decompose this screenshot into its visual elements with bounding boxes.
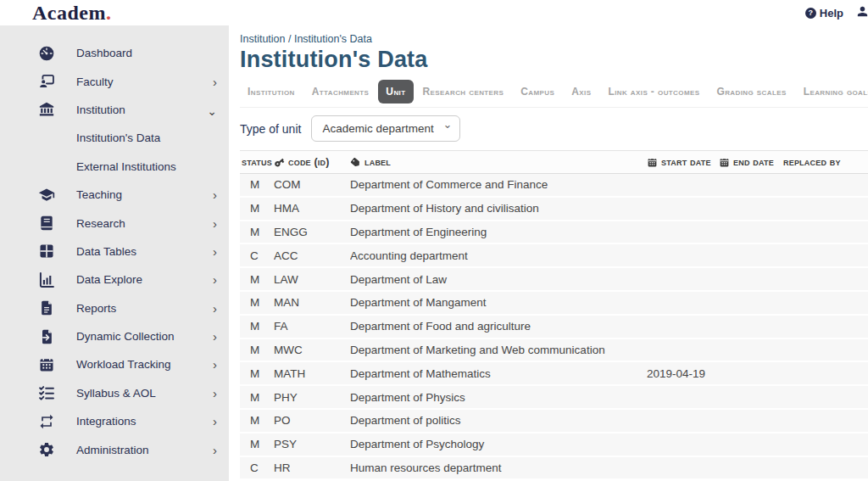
- unit-type-label: Type of unit: [240, 122, 301, 136]
- sidebar-item-administration[interactable]: Administration ›: [0, 435, 229, 463]
- sidebar-item-label: Workload Tracking: [76, 358, 171, 371]
- sidebar-item-reports[interactable]: Reports ›: [0, 294, 229, 322]
- sidebar-item-label: Dashboard: [76, 47, 132, 59]
- sidebar-item-data-tables[interactable]: Data Tables ›: [0, 238, 229, 266]
- table-row[interactable]: C ACC Accounting department: [240, 244, 868, 266]
- cell-label: Department of Psychology: [350, 438, 647, 450]
- cell-label: Department of Physics: [350, 391, 647, 404]
- chevron-right-icon: ›: [213, 245, 217, 258]
- table-row[interactable]: M PO Department of politics: [240, 410, 868, 432]
- cell-code: COM: [274, 178, 350, 191]
- table-row[interactable]: M PSY Department of Psychology: [240, 433, 868, 456]
- dynamic-collection-icon: [37, 327, 56, 346]
- column-header-code-id[interactable]: Code (ID): [274, 156, 350, 168]
- sidebar-item-faculty[interactable]: Faculty ›: [0, 67, 229, 95]
- table-row[interactable]: M ENGG Department of Engineering: [240, 221, 868, 243]
- sidebar-item-label: Faculty: [76, 76, 114, 88]
- cell-code: FA: [274, 320, 350, 333]
- cell-status: M: [240, 202, 274, 215]
- tab-link-axis-outcomes[interactable]: Link Axis - Outcomes: [600, 80, 707, 103]
- cell-code: PSY: [274, 438, 350, 450]
- tab-institution[interactable]: Institution: [240, 80, 303, 103]
- cell-status: M: [240, 414, 274, 427]
- sidebar-item-research[interactable]: Research ›: [0, 209, 229, 237]
- key-icon: [274, 157, 285, 168]
- unit-type-select[interactable]: Academic department: [311, 115, 460, 142]
- chevron-right-icon: ›: [213, 415, 217, 428]
- table-row[interactable]: M PHY Department of Physics: [240, 386, 868, 408]
- tab-campus[interactable]: Campus: [513, 80, 562, 103]
- sidebar-item-teaching[interactable]: Teaching ›: [0, 181, 229, 209]
- table-row[interactable]: M FA Department of Food and agriculture: [240, 316, 868, 338]
- cell-status: M: [240, 226, 274, 238]
- table-row[interactable]: M MWC Department of Marketing and Web co…: [240, 339, 868, 361]
- units-table-body: M COM Department of Commerce and Finance…: [240, 174, 868, 478]
- sidebar-item-dynamic-collection[interactable]: Dynamic Collection ›: [0, 322, 229, 350]
- sidebar-item-label: Institution's Data: [76, 131, 160, 144]
- sidebar-item-integrations[interactable]: Integrations ›: [0, 407, 229, 435]
- sidebar-item-data-explore[interactable]: Data Explore ›: [0, 266, 229, 294]
- sidebar-item-institution-s-data[interactable]: Institution's Data: [0, 124, 229, 152]
- user-icon: [855, 4, 868, 22]
- column-header-replaced-by[interactable]: Replaced by: [783, 156, 868, 168]
- column-header-end-date[interactable]: End date: [719, 156, 783, 168]
- cell-label: Department of Food and agriculture: [350, 320, 647, 333]
- data-tables-icon: [37, 242, 56, 260]
- chevron-right-icon: ›: [213, 188, 217, 201]
- help-button[interactable]: ? Help: [805, 7, 843, 20]
- reports-icon: [37, 299, 56, 317]
- sidebar-item-dashboard[interactable]: Dashboard: [0, 39, 229, 67]
- cell-status: M: [240, 320, 274, 333]
- units-table-header: StatusCode (ID)LabelStart dateEnd dateRe…: [240, 150, 868, 174]
- cell-label: Accounting department: [350, 249, 647, 262]
- sidebar-item-label: Data Tables: [76, 245, 136, 258]
- sidebar-item-institution[interactable]: Institution ⌄: [0, 96, 229, 124]
- tab-unit[interactable]: Unit: [378, 80, 413, 103]
- sidebar-item-label: Dynamic Collection: [76, 330, 175, 343]
- cell-label: Human resources department: [350, 461, 647, 474]
- sidebar-item-syllabus-aol[interactable]: Syllabus & AOL ›: [0, 379, 229, 407]
- table-row[interactable]: M HMA Department of History and civilisa…: [240, 198, 868, 220]
- sidebar-item-label: Research: [76, 217, 125, 230]
- unit-type-filter: Type of unit Academic department: [240, 115, 868, 142]
- user-menu-button[interactable]: [855, 4, 868, 22]
- syllabus-icon: [37, 383, 56, 402]
- integrations-icon: [37, 412, 56, 431]
- calendar-icon: [719, 157, 730, 168]
- sidebar-item-label: Syllabus & AOL: [76, 387, 156, 400]
- tab-research-centers[interactable]: Research Centers: [415, 80, 512, 103]
- table-row[interactable]: M MAN Department of Mangament: [240, 292, 868, 314]
- cell-label: Department of politics: [350, 414, 647, 427]
- table-row[interactable]: M COM Department of Commerce and Finance: [240, 174, 868, 196]
- table-row[interactable]: M LAW Department of Law: [240, 268, 868, 290]
- chevron-right-icon: ›: [213, 76, 217, 88]
- cell-status: M: [240, 344, 274, 356]
- tab-learning-goals[interactable]: Learning Goals: [796, 80, 868, 103]
- column-header-label[interactable]: Label: [350, 156, 647, 168]
- column-header-start-date[interactable]: Start date: [647, 156, 719, 168]
- sidebar-item-external-institutions[interactable]: External Institutions: [0, 153, 229, 181]
- table-row[interactable]: M MATH Department of Mathematics 2019-04…: [240, 362, 868, 384]
- column-header-status[interactable]: Status: [240, 156, 274, 168]
- faculty-icon: [37, 72, 56, 91]
- tab-grading-scales[interactable]: Grading scales: [709, 80, 793, 103]
- dashboard-icon: [37, 44, 56, 63]
- cell-status: M: [240, 438, 274, 450]
- cell-status: M: [240, 296, 274, 309]
- cell-status: M: [240, 178, 274, 191]
- tab-axis[interactable]: Axis: [564, 80, 598, 103]
- sidebar: Dashboard Faculty › Institution ⌄ Instit…: [0, 25, 229, 481]
- sidebar-item-workload-tracking[interactable]: Workload Tracking ›: [0, 350, 229, 378]
- table-row[interactable]: C HR Human resources department: [240, 457, 868, 479]
- chevron-right-icon: ›: [213, 330, 217, 343]
- research-icon: [37, 214, 56, 232]
- tab-attachments[interactable]: Attachments: [304, 80, 377, 103]
- unit-type-select-wrap: Academic department: [311, 115, 460, 142]
- app-logo-dot: .: [106, 2, 112, 24]
- cell-start-date: 2019-04-19: [647, 367, 719, 380]
- breadcrumb[interactable]: Institution / Institution's Data: [240, 33, 868, 45]
- sidebar-item-label: Teaching: [76, 188, 122, 201]
- cell-label: Department of Law: [350, 273, 647, 286]
- app-logo[interactable]: Academ.: [32, 0, 111, 25]
- chevron-right-icon: ›: [213, 217, 217, 230]
